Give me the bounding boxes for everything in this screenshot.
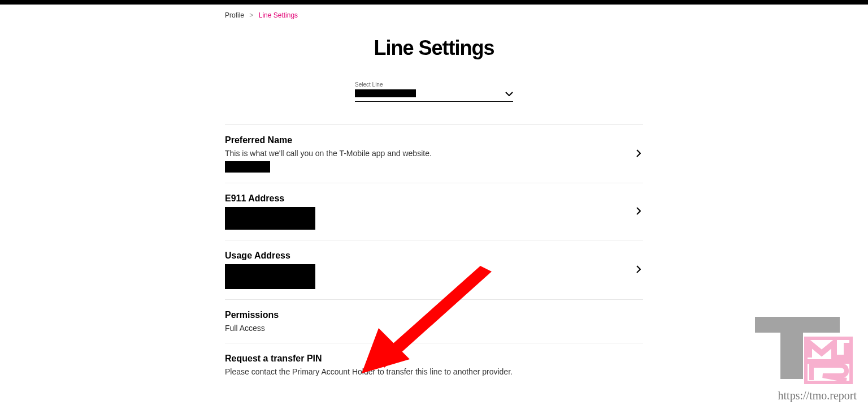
- preferred-name-row[interactable]: Preferred Name This is what we'll call y…: [225, 125, 643, 183]
- transfer-pin-desc: Please contact the Primary Account Holde…: [225, 367, 643, 376]
- permissions-row: Permissions Full Access: [225, 300, 643, 343]
- select-line-dropdown[interactable]: Select Line: [355, 81, 513, 102]
- breadcrumb: Profile > Line Settings: [225, 11, 643, 19]
- e911-title: E911 Address: [225, 193, 636, 204]
- chevron-right-icon: [636, 149, 643, 159]
- usage-content: Usage Address: [225, 251, 636, 289]
- permissions-title: Permissions: [225, 310, 643, 320]
- preferred-name-desc: This is what we'll call you on the T-Mob…: [225, 149, 636, 158]
- usage-title: Usage Address: [225, 251, 636, 261]
- e911-content: E911 Address: [225, 193, 636, 230]
- redacted-name-value: [225, 161, 270, 173]
- preferred-name-title: Preferred Name: [225, 135, 636, 145]
- page-title: Line Settings: [225, 36, 643, 60]
- redacted-usage-value: [225, 264, 315, 289]
- permissions-value: Full Access: [225, 324, 643, 333]
- svg-rect-3: [780, 317, 803, 379]
- chevron-right-icon: [636, 265, 643, 275]
- transfer-pin-row: Request a transfer PIN Please contact th…: [225, 343, 643, 386]
- watermark-logo: [749, 317, 857, 385]
- select-line-value-row: [355, 89, 513, 98]
- preferred-name-content: Preferred Name This is what we'll call y…: [225, 135, 636, 173]
- usage-address-row[interactable]: Usage Address: [225, 240, 643, 300]
- chevron-down-icon: [505, 89, 513, 98]
- select-line-label: Select Line: [355, 81, 513, 88]
- watermark-url: https://tmo.report: [749, 389, 857, 402]
- chevron-right-icon: [636, 207, 643, 217]
- top-bar: [0, 0, 868, 5]
- redacted-line-value: [355, 89, 416, 97]
- redacted-e911-value: [225, 207, 315, 230]
- breadcrumb-root[interactable]: Profile: [225, 11, 244, 19]
- main-container: Profile > Line Settings Line Settings Se…: [225, 5, 643, 386]
- transfer-pin-title: Request a transfer PIN: [225, 354, 643, 364]
- e911-address-row[interactable]: E911 Address: [225, 183, 643, 240]
- breadcrumb-separator: >: [249, 11, 253, 19]
- breadcrumb-current: Line Settings: [259, 11, 298, 19]
- settings-list: Preferred Name This is what we'll call y…: [225, 124, 643, 386]
- watermark: https://tmo.report: [749, 317, 857, 402]
